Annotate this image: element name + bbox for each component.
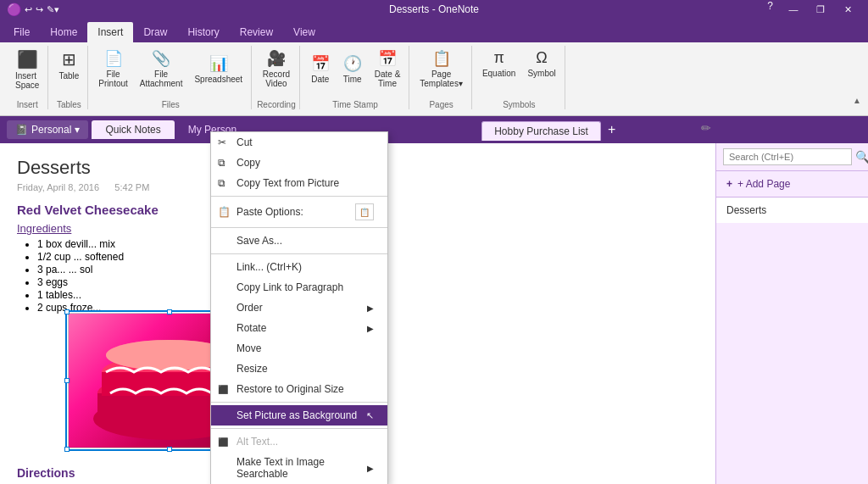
table-icon: ⊞ [62, 49, 76, 70]
menu-item-alt-text[interactable]: ⬛ Alt Text... [211, 431, 387, 452]
menu-item-save-as[interactable]: Save As... [211, 231, 387, 251]
ribbon-group-insert: ⬛ InsertSpace Insert [7, 46, 48, 109]
menu-item-restore[interactable]: ⬛ Restore to Original Size [211, 379, 387, 399]
page-templates-label: PageTemplates▾ [420, 70, 463, 88]
notebook-bar: 📓 Personal ▾ Quick Notes My Person... Ho… [0, 116, 868, 143]
paste-icon: 📋 [218, 206, 231, 218]
restore-button[interactable]: ❐ [807, 0, 834, 19]
file-printout-button[interactable]: 📄 FilePrintout [93, 46, 132, 92]
tab-file[interactable]: File [3, 22, 40, 42]
pages-buttons: 📋 PageTemplates▾ [415, 46, 468, 92]
paste-option-1[interactable]: 📋 [355, 203, 374, 220]
recording-buttons: 🎥 RecordVideo [258, 46, 295, 92]
notebook-dropdown-icon: ▾ [75, 124, 80, 136]
ribbon-tab-bar: File Home Insert Draw History Review Vie… [0, 19, 868, 42]
notebook-dropdown[interactable]: 📓 Personal ▾ [7, 120, 88, 139]
search-bar: 🔍 [716, 143, 868, 171]
add-page-button[interactable]: + + Add Page [716, 171, 868, 197]
table-button[interactable]: ⊞ Table [53, 46, 84, 84]
menu-item-restore-label: Restore to Original Size [236, 383, 344, 395]
rotate-arrow-icon: ▶ [367, 324, 374, 333]
menu-item-copy-link-label: Copy Link to Paragraph [236, 281, 343, 293]
tab-view[interactable]: View [283, 22, 326, 42]
add-page-tab-button[interactable]: + [601, 119, 622, 141]
menu-item-copy-text[interactable]: ⧉ Copy Text from Picture [211, 173, 387, 193]
notebook-tab-quick-notes[interactable]: Quick Notes [92, 120, 174, 139]
tab-insert[interactable]: Insert [87, 22, 133, 42]
copy-icon: ⧉ [218, 157, 225, 169]
menu-item-move-label: Move [236, 342, 261, 354]
edit-page-button[interactable]: ✏ [701, 121, 711, 135]
menu-item-link-label: Link... (Ctrl+K) [236, 261, 302, 273]
recording-group-label: Recording [257, 100, 296, 109]
page-item-desserts[interactable]: Desserts [716, 197, 868, 223]
menu-item-copy-link[interactable]: Copy Link to Paragraph [211, 277, 387, 298]
tab-home[interactable]: Home [40, 22, 87, 42]
copy-text-icon: ⧉ [218, 177, 225, 189]
menu-separator-2 [211, 227, 387, 228]
record-video-button[interactable]: 🎥 RecordVideo [258, 46, 295, 92]
ribbon-group-symbols: π Equation Ω Symbol Symbols [474, 46, 565, 109]
menu-item-rotate[interactable]: Rotate ▶ [211, 318, 387, 338]
main-area: Desserts Friday, April 8, 2016 5:42 PM R… [0, 143, 868, 484]
tab-history[interactable]: History [177, 22, 229, 42]
file-attachment-button[interactable]: 📎 FileAttachment [135, 46, 188, 92]
menu-item-link[interactable]: Link... (Ctrl+K) [211, 257, 387, 277]
date-button[interactable]: 📅 Date [305, 51, 336, 87]
order-arrow-icon: ▶ [367, 303, 374, 313]
menu-item-copy[interactable]: ⧉ Copy [211, 153, 387, 173]
record-video-label: RecordVideo [263, 70, 290, 88]
insert-space-button[interactable]: ⬛ InsertSpace [10, 46, 44, 93]
ribbon: File Home Insert Draw History Review Vie… [0, 19, 868, 116]
symbol-button[interactable]: Ω Symbol [522, 46, 560, 81]
quick-access-toolbar: ↩ ↪ ✎▾ [25, 4, 59, 15]
date-time-button[interactable]: 📅 Date &Time [370, 46, 406, 92]
menu-separator-4 [211, 402, 387, 403]
insert-space-icon: ⬛ [17, 49, 38, 70]
insert-space-button-group: ⬛ InsertSpace [10, 46, 44, 93]
page-templates-button[interactable]: 📋 PageTemplates▾ [415, 46, 468, 92]
spreadsheet-label: Spreadsheet [194, 75, 242, 84]
menu-item-resize-label: Resize [236, 363, 268, 375]
time-icon: 🕐 [343, 54, 362, 73]
customize-button[interactable]: ✎▾ [47, 4, 59, 15]
search-icon[interactable]: 🔍 [855, 150, 868, 164]
add-page-plus-icon: + [726, 178, 732, 190]
pages-group-label: Pages [429, 100, 453, 109]
time-label: Time [343, 75, 362, 84]
tab-review[interactable]: Review [230, 22, 283, 42]
tab-draw[interactable]: Draw [133, 22, 177, 42]
ribbon-collapse-button[interactable]: ▲ [853, 96, 861, 105]
minimize-button[interactable]: — [780, 0, 807, 19]
menu-item-make-searchable-label: Make Text in Image Searchable [236, 456, 367, 480]
equation-button[interactable]: π Equation [477, 46, 520, 81]
spreadsheet-icon: 📊 [209, 54, 228, 73]
menu-item-paste-label: Paste Options: [236, 206, 303, 218]
context-menu: ✂ Cut ⧉ Copy ⧉ Copy Text from Picture 📋 … [210, 131, 388, 484]
restore-icon: ⬛ [218, 385, 228, 394]
help-icon[interactable]: ? [760, 0, 780, 19]
ribbon-content: ⬛ InsertSpace Insert ⊞ Table Tables 📄 Fi… [0, 42, 868, 115]
menu-item-paste-options[interactable]: 📋 Paste Options: 📋 [211, 199, 387, 225]
equation-icon: π [493, 49, 504, 67]
file-attachment-label: FileAttachment [140, 70, 183, 88]
menu-item-set-background[interactable]: Set Picture as Background ↖ [211, 405, 387, 426]
menu-item-make-searchable[interactable]: Make Text in Image Searchable ▶ [211, 452, 387, 484]
menu-item-resize[interactable]: Resize [211, 359, 387, 379]
menu-item-cut-label: Cut [236, 136, 253, 148]
app-title: Desserts - OneNote [389, 3, 479, 15]
menu-item-move[interactable]: Move [211, 338, 387, 359]
spreadsheet-button[interactable]: 📊 Spreadsheet [189, 51, 248, 87]
menu-item-cut[interactable]: ✂ Cut [211, 132, 387, 153]
undo-button[interactable]: ↩ [25, 4, 32, 15]
redo-button[interactable]: ↪ [36, 4, 43, 15]
symbol-label: Symbol [527, 69, 555, 78]
search-input[interactable] [723, 148, 852, 165]
record-video-icon: 🎥 [267, 49, 286, 68]
time-button[interactable]: 🕐 Time [337, 51, 368, 87]
page-tab-hobby[interactable]: Hobby Purchase List [481, 121, 601, 141]
close-button[interactable]: ✕ [834, 0, 861, 19]
menu-item-order[interactable]: Order ▶ [211, 298, 387, 318]
insert-group-label: Insert [17, 100, 38, 109]
menu-item-rotate-label: Rotate [236, 322, 266, 334]
